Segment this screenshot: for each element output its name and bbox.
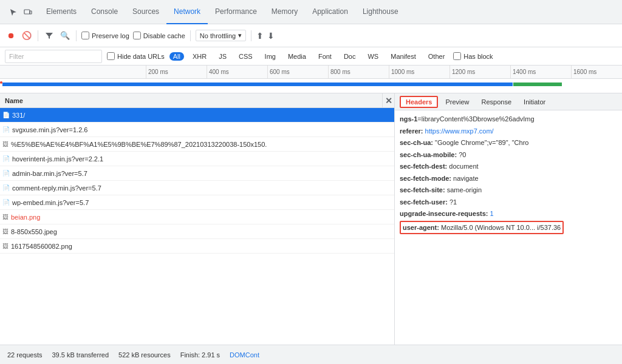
request-count: 22 requests — [7, 351, 42, 359]
table-row[interactable]: 📄 comment-reply.min.js?ver=5.7 — [0, 181, 394, 195]
filter-img-btn[interactable]: Img — [261, 52, 279, 61]
tab-console[interactable]: Console — [84, 0, 125, 24]
table-row[interactable]: 📄 svgxuse.min.js?ver=1.2.6 — [0, 123, 394, 137]
header-val: document — [447, 163, 478, 170]
domcont-link[interactable]: DOMCont — [230, 351, 259, 359]
tab-network[interactable]: Network — [166, 0, 208, 24]
file-name: 331/ — [12, 112, 25, 119]
header-key: sec-fetch-user: — [400, 198, 448, 206]
filter-css-btn[interactable]: CSS — [235, 52, 256, 61]
header-row: sec-fetch-site: same-origin — [400, 185, 617, 195]
responsive-icon[interactable] — [22, 6, 34, 18]
header-val[interactable]: https://www.mxp7.com/ — [423, 127, 494, 135]
file-name: hoverintent-js.min.js?ver=2.2.1 — [12, 155, 103, 163]
preserve-log-checkbox[interactable] — [81, 32, 89, 39]
sep2 — [76, 30, 77, 41]
filter-doc-btn[interactable]: Doc — [340, 52, 360, 61]
tab-preview[interactable]: Preview — [440, 97, 474, 107]
filter-icon[interactable] — [43, 30, 55, 42]
cursor-icon[interactable] — [7, 6, 19, 18]
header-key: sec-fetch-site: — [400, 186, 445, 194]
table-row[interactable]: 🖼 beian.png — [0, 210, 394, 224]
tab-headers[interactable]: Headers — [400, 96, 438, 108]
file-name: admin-bar.min.js?ver=5.7 — [12, 170, 87, 177]
green-progress-bar — [513, 83, 562, 86]
file-icon: 📄 — [2, 112, 10, 118]
table-row[interactable]: 🖼 %E5%BE%AE%E4%BF%A1%E5%9B%BE%E7%89%87_2… — [0, 137, 394, 152]
file-name: beian.png — [11, 214, 40, 221]
disable-cache-label[interactable]: Disable cache — [133, 32, 185, 39]
resource-size: 522 kB resources — [118, 351, 171, 359]
tab-memory[interactable]: Memory — [264, 0, 305, 24]
file-name: 1617548560082.png — [11, 243, 72, 250]
has-block-label[interactable]: Has block — [453, 52, 493, 60]
tab-application[interactable]: Application — [305, 0, 355, 24]
filter-input[interactable] — [5, 50, 102, 63]
blue-progress-bar — [2, 83, 513, 86]
tab-elements[interactable]: Elements — [39, 0, 84, 24]
file-name: 8-850x550.jpeg — [11, 228, 57, 235]
filter-media-btn[interactable]: Media — [284, 52, 310, 61]
filter-font-btn[interactable]: Font — [315, 52, 335, 61]
disable-cache-checkbox[interactable] — [133, 32, 141, 39]
table-row[interactable]: 📄 wp-embed.min.js?ver=5.7 — [0, 195, 394, 210]
tick-600: 600 ms — [267, 66, 328, 79]
has-block-checkbox[interactable] — [453, 52, 461, 60]
search-icon[interactable]: 🔍 — [59, 30, 71, 42]
tick-800: 800 ms — [328, 66, 389, 79]
file-icon: 📄 — [2, 170, 10, 177]
download-icon[interactable]: ⬇ — [267, 31, 275, 41]
status-bar: 22 requests 39.5 kB transferred 522 kB r… — [0, 345, 622, 364]
filter-ws-btn[interactable]: WS — [364, 52, 382, 61]
header-row: ngs-1=libraryContent%3Dbrowse%26advImg — [400, 114, 617, 124]
filter-manifest-btn[interactable]: Manifest — [387, 52, 420, 61]
tick-1400: 1400 ms — [510, 66, 571, 79]
header-row: upgrade-insecure-requests: 1 — [400, 209, 617, 219]
file-icon: 📄 — [2, 199, 10, 206]
record-button[interactable]: ⏺ — [5, 30, 17, 42]
tick-1200: 1200 ms — [449, 66, 510, 79]
tab-performance[interactable]: Performance — [208, 0, 264, 24]
file-icon: 🖼 — [2, 243, 9, 249]
table-row[interactable]: 📄 admin-bar.min.js?ver=5.7 — [0, 166, 394, 181]
throttle-dropdown[interactable]: No throttling ▾ — [196, 30, 246, 41]
close-panel-button[interactable]: ✕ — [382, 93, 394, 108]
tick-1000: 1000 ms — [389, 66, 449, 79]
requests-panel: Name ✕ 📄 331/ 📄 svgxuse.min.js?ver=1.2.6… — [0, 93, 395, 345]
header-val: same-origin — [445, 186, 482, 194]
transferred-size: 39.5 kB transferred — [52, 351, 109, 359]
file-name: %E5%BE%AE%E4%BF%A1%E5%9B%BE%E7%89%87_202… — [11, 141, 267, 148]
filter-bar: Hide data URLs All XHR JS CSS Img Media … — [0, 47, 622, 66]
table-row[interactable]: 🖼 1617548560082.png — [0, 239, 394, 254]
file-icon: 📄 — [2, 155, 10, 162]
hide-urls-checkbox[interactable] — [107, 52, 115, 60]
header-val: ?1 — [448, 198, 457, 206]
header-key: sec-ch-ua: — [400, 139, 433, 146]
hide-urls-label[interactable]: Hide data URLs — [107, 52, 165, 60]
tab-sources[interactable]: Sources — [125, 0, 166, 24]
tab-response[interactable]: Response — [477, 97, 517, 107]
header-val: navigate — [451, 175, 479, 182]
header-val: =libraryContent%3Dbrowse%26advImg — [417, 115, 534, 123]
devtools-icons — [2, 6, 39, 18]
chevron-down-icon: ▾ — [238, 32, 242, 39]
main-area: Name ✕ 📄 331/ 📄 svgxuse.min.js?ver=1.2.6… — [0, 93, 622, 345]
sep1 — [38, 30, 38, 41]
clear-button[interactable]: 🚫 — [21, 30, 33, 42]
filter-js-btn[interactable]: JS — [215, 52, 230, 61]
tab-lighthouse[interactable]: Lighthouse — [355, 0, 406, 24]
filter-xhr-btn[interactable]: XHR — [189, 52, 210, 61]
upload-icon[interactable]: ⬆ — [256, 31, 264, 41]
file-name: wp-embed.min.js?ver=5.7 — [12, 199, 89, 206]
table-row[interactable]: 🖼 8-850x550.jpeg — [0, 224, 394, 239]
header-key: sec-fetch-mode: — [400, 175, 451, 182]
table-row[interactable]: 📄 hoverintent-js.min.js?ver=2.2.1 — [0, 152, 394, 166]
tab-initiator[interactable]: Initiator — [519, 97, 550, 107]
header-val: ?0 — [457, 151, 466, 158]
filter-all-btn[interactable]: All — [169, 52, 184, 61]
filter-other-btn[interactable]: Other — [425, 52, 449, 61]
preserve-log-label[interactable]: Preserve log — [81, 32, 129, 39]
header-row: sec-ch-ua: "Google Chrome";v="89", "Chro — [400, 138, 617, 148]
svg-rect-1 — [30, 11, 32, 14]
table-row[interactable]: 📄 331/ — [0, 108, 394, 123]
